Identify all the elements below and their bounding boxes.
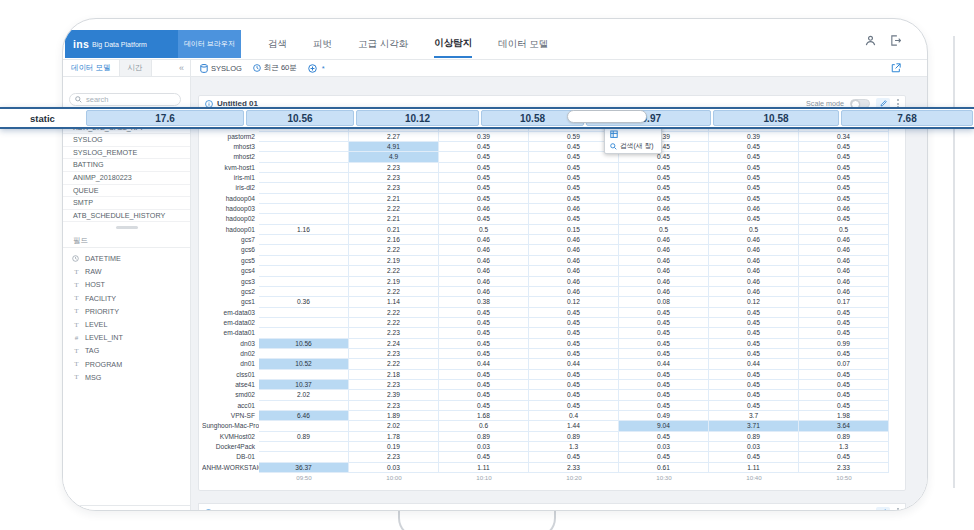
- heatmap-cell[interactable]: 0.17: [799, 297, 889, 307]
- heatmap-cell[interactable]: 0.46: [619, 266, 709, 276]
- heatmap-cell[interactable]: 0.45: [529, 328, 619, 338]
- heatmap-cell[interactable]: 0.38: [439, 297, 529, 307]
- heatmap-cell[interactable]: 0.44: [529, 359, 619, 369]
- heatmap-cell[interactable]: 0.45: [619, 432, 709, 442]
- heatmap-cell[interactable]: 0.15: [529, 225, 619, 235]
- heatmap-cell[interactable]: 0.12: [709, 297, 799, 307]
- heatmap-cell[interactable]: [259, 235, 349, 245]
- heatmap-cell[interactable]: [259, 245, 349, 255]
- heatmap-cell[interactable]: 2.22: [349, 204, 439, 214]
- heatmap-cell[interactable]: 2.24: [349, 339, 439, 349]
- model-item[interactable]: SMTP: [63, 197, 190, 210]
- heatmap-cell[interactable]: [259, 183, 349, 193]
- heatmap-cell[interactable]: 3.7: [709, 411, 799, 421]
- heatmap-cell[interactable]: 2.21: [349, 214, 439, 224]
- heatmap-cell[interactable]: 2.23: [349, 163, 439, 173]
- heatmap-cell[interactable]: 0.45: [619, 214, 709, 224]
- heatmap-cell[interactable]: 0.46: [529, 256, 619, 266]
- heatmap-cell[interactable]: 0.45: [709, 339, 799, 349]
- heatmap-cell[interactable]: 0.45: [619, 328, 709, 338]
- heatmap-cell[interactable]: 2.22: [349, 245, 439, 255]
- heatmap-cell[interactable]: 1.78: [349, 432, 439, 442]
- heatmap-cell[interactable]: 0.45: [709, 380, 799, 390]
- heatmap-cell[interactable]: 0.45: [529, 401, 619, 411]
- model-item[interactable]: SYSLOG_REMOTE: [63, 147, 190, 160]
- heatmap-cell[interactable]: [259, 277, 349, 287]
- heatmap-cell[interactable]: [259, 152, 349, 162]
- heatmap-cell[interactable]: [259, 214, 349, 224]
- heatmap-cell[interactable]: 0.45: [529, 370, 619, 380]
- field-item[interactable]: TPROGRAM: [63, 358, 190, 371]
- heatmap-cell[interactable]: 0.46: [529, 287, 619, 297]
- heatmap-cell[interactable]: 0.45: [799, 214, 889, 224]
- heatmap-cell[interactable]: 10.37: [259, 380, 349, 390]
- heatmap-cell[interactable]: 0.45: [799, 163, 889, 173]
- heatmap-cell[interactable]: 0.45: [619, 370, 709, 380]
- model-item[interactable]: ATB_SCHEDULE_HISTORY: [63, 210, 190, 223]
- heatmap-cell[interactable]: 0.03: [349, 463, 439, 473]
- cell-value-tooltip-box[interactable]: [567, 110, 647, 123]
- heatmap-cell[interactable]: 0.46: [619, 204, 709, 214]
- heatmap-cell[interactable]: 1.3: [799, 442, 889, 452]
- heatmap-cell[interactable]: 0.45: [439, 183, 529, 193]
- heatmap-cell[interactable]: 2.27: [349, 132, 439, 142]
- heatmap-cell[interactable]: 1.16: [259, 225, 349, 235]
- heatmap-cell[interactable]: 0.89: [529, 432, 619, 442]
- nav-tab-1[interactable]: 검색: [268, 30, 287, 58]
- heatmap-cell[interactable]: 2.21: [349, 194, 439, 204]
- heatmap-cell[interactable]: [259, 142, 349, 152]
- heatmap-cell[interactable]: [259, 266, 349, 276]
- heatmap-cell[interactable]: 0.89: [799, 432, 889, 442]
- heatmap-cell[interactable]: 1.98: [799, 411, 889, 421]
- nav-tab-4[interactable]: 이상탐지: [434, 30, 472, 58]
- field-item[interactable]: TFACILITY: [63, 292, 190, 305]
- field-item[interactable]: THOST: [63, 278, 190, 291]
- heatmap-cell[interactable]: 0.46: [619, 277, 709, 287]
- heatmap-cell[interactable]: 0.45: [619, 183, 709, 193]
- heatmap-cell[interactable]: 0.46: [709, 204, 799, 214]
- heatmap-cell[interactable]: 0.45: [529, 308, 619, 318]
- model-item[interactable]: BATTING: [63, 159, 190, 172]
- heatmap-cell[interactable]: 0.46: [529, 266, 619, 276]
- heatmap-cell[interactable]: 2.22: [349, 318, 439, 328]
- heatmap-cell[interactable]: 4.91: [349, 142, 439, 152]
- heatmap-cell[interactable]: 0.46: [619, 235, 709, 245]
- heatmap-cell[interactable]: 0.45: [439, 349, 529, 359]
- heatmap-cell[interactable]: 2.22: [349, 359, 439, 369]
- field-item[interactable]: #LEVEL_INT: [63, 331, 190, 344]
- heatmap-cell[interactable]: 0.45: [799, 390, 889, 400]
- heatmap-cell[interactable]: [259, 349, 349, 359]
- heatmap-cell[interactable]: 0.45: [619, 163, 709, 173]
- heatmap-cell[interactable]: [259, 328, 349, 338]
- heatmap-cell[interactable]: 9.04: [619, 421, 709, 431]
- heatmap-cell[interactable]: 0.46: [709, 235, 799, 245]
- heatmap-cell[interactable]: 0.03: [619, 442, 709, 452]
- heatmap-cell[interactable]: 2.23: [349, 401, 439, 411]
- nav-tab-3[interactable]: 고급 시각화: [358, 30, 408, 58]
- heatmap-cell[interactable]: 0.46: [799, 266, 889, 276]
- heatmap-cell[interactable]: 0.44: [619, 359, 709, 369]
- heatmap-cell[interactable]: 0.46: [799, 235, 889, 245]
- heatmap-cell[interactable]: 0.45: [439, 390, 529, 400]
- heatmap-cell[interactable]: 0.45: [799, 142, 889, 152]
- heatmap-cell[interactable]: 10.56: [259, 339, 349, 349]
- heatmap-cell[interactable]: 0.45: [529, 173, 619, 183]
- heatmap-cell[interactable]: 0.45: [619, 452, 709, 462]
- heatmap-cell[interactable]: 0.46: [439, 287, 529, 297]
- heatmap-cell[interactable]: 2.23: [349, 173, 439, 183]
- heatmap-cell[interactable]: 0.46: [439, 204, 529, 214]
- model-item[interactable]: SYSLOG: [63, 134, 190, 147]
- heatmap-cell[interactable]: 0.99: [799, 339, 889, 349]
- heatmap-cell[interactable]: 0.46: [709, 266, 799, 276]
- panel-drag-handle[interactable]: [116, 226, 138, 229]
- heatmap-cell[interactable]: 0.46: [619, 256, 709, 266]
- heatmap-cell[interactable]: 0.45: [799, 349, 889, 359]
- heatmap-cell[interactable]: 2.18: [349, 370, 439, 380]
- heatmap-cell[interactable]: 1.68: [439, 411, 529, 421]
- context-menu-item-clipped[interactable]: [605, 130, 661, 140]
- heatmap-cell[interactable]: 0.45: [799, 318, 889, 328]
- heatmap-cell[interactable]: 0.45: [529, 349, 619, 359]
- field-item[interactable]: TPRIORITY: [63, 305, 190, 318]
- heatmap-cell[interactable]: 0.46: [439, 235, 529, 245]
- heatmap-cell[interactable]: 0.49: [619, 411, 709, 421]
